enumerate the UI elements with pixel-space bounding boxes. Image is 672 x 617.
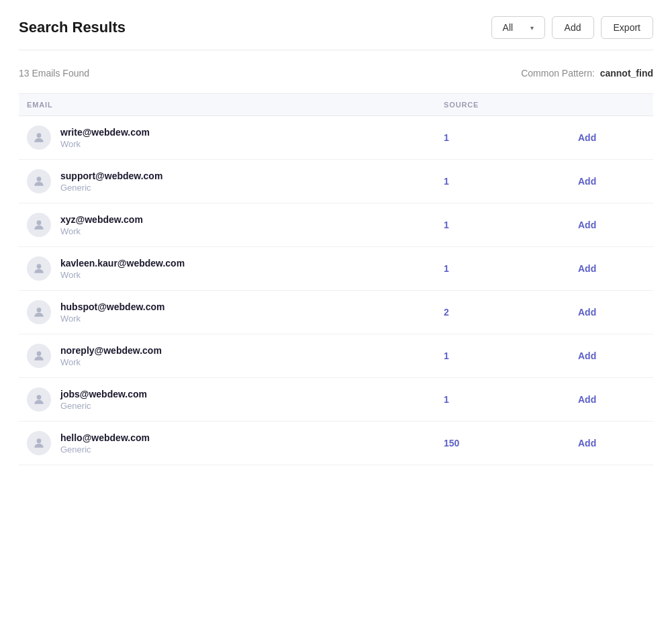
- table-row: hubspot@webdew.com Work 2 Add: [19, 291, 653, 334]
- add-email-link[interactable]: Add: [578, 220, 645, 230]
- avatar: [27, 126, 51, 150]
- user-icon: [32, 262, 46, 275]
- email-type: Work: [60, 357, 162, 367]
- chevron-down-icon: ▾: [530, 24, 534, 32]
- email-address: hubspot@webdew.com: [60, 301, 164, 312]
- source-count: 1: [444, 350, 578, 361]
- email-type: Generic: [60, 401, 147, 411]
- email-type: Work: [60, 139, 150, 149]
- email-address: write@webdew.com: [60, 127, 150, 138]
- add-email-link[interactable]: Add: [578, 132, 645, 143]
- svg-point-5: [37, 351, 42, 356]
- email-cell: jobs@webdew.com Generic: [27, 387, 444, 412]
- user-icon: [32, 436, 46, 450]
- svg-point-7: [37, 438, 42, 443]
- email-cell: support@webdew.com Generic: [27, 169, 444, 193]
- email-cell: hello@webdew.com Generic: [27, 431, 444, 455]
- email-info: xyz@webdew.com Work: [60, 214, 143, 236]
- avatar: [27, 387, 51, 412]
- email-address: hello@webdew.com: [60, 432, 150, 443]
- email-info: noreply@webdew.com Work: [60, 345, 162, 367]
- email-type: Work: [60, 314, 164, 324]
- table-header: EMAIL SOURCE: [19, 93, 653, 116]
- svg-point-6: [37, 395, 42, 399]
- user-icon: [32, 218, 46, 232]
- svg-point-3: [37, 264, 42, 269]
- avatar: [27, 300, 51, 324]
- header: Search Results All ▾ Add Export: [19, 16, 653, 50]
- email-type: Work: [60, 270, 185, 280]
- header-actions: All ▾ Add Export: [491, 16, 653, 39]
- email-info: write@webdew.com Work: [60, 127, 150, 149]
- add-email-link[interactable]: Add: [578, 394, 645, 405]
- email-type: Work: [60, 226, 143, 236]
- add-email-link[interactable]: Add: [578, 263, 645, 274]
- table-row: support@webdew.com Generic 1 Add: [19, 160, 653, 203]
- add-button[interactable]: Add: [552, 16, 594, 39]
- source-count: 150: [444, 438, 578, 448]
- filter-dropdown[interactable]: All ▾: [491, 16, 545, 39]
- user-icon: [32, 175, 46, 188]
- page-container: Search Results All ▾ Add Export 13 Email…: [0, 0, 672, 481]
- email-cell: hubspot@webdew.com Work: [27, 300, 444, 324]
- svg-point-1: [37, 177, 42, 181]
- email-info: hubspot@webdew.com Work: [60, 301, 164, 324]
- add-email-link[interactable]: Add: [578, 438, 645, 448]
- common-pattern: Common Pattern: cannot_find: [521, 68, 653, 79]
- email-type: Generic: [60, 444, 150, 455]
- avatar: [27, 431, 51, 455]
- source-count: 1: [444, 132, 578, 143]
- email-cell: kavleen.kaur@webdew.com Work: [27, 256, 444, 281]
- user-icon: [32, 349, 46, 363]
- export-button[interactable]: Export: [601, 16, 653, 39]
- email-cell: write@webdew.com Work: [27, 126, 444, 150]
- email-address: xyz@webdew.com: [60, 214, 143, 225]
- page-title: Search Results: [19, 19, 126, 36]
- source-count: 1: [444, 263, 578, 274]
- add-email-link[interactable]: Add: [578, 350, 645, 361]
- email-cell: noreply@webdew.com Work: [27, 344, 444, 368]
- source-count: 1: [444, 220, 578, 230]
- source-count: 2: [444, 307, 578, 318]
- col-header-source: SOURCE: [444, 101, 578, 109]
- avatar: [27, 256, 51, 281]
- table-row: xyz@webdew.com Work 1 Add: [19, 203, 653, 247]
- add-email-link[interactable]: Add: [578, 176, 645, 187]
- add-email-link[interactable]: Add: [578, 307, 645, 318]
- filter-label: All: [503, 22, 514, 33]
- avatar: [27, 213, 51, 237]
- user-icon: [32, 393, 46, 406]
- email-type: Generic: [60, 183, 162, 193]
- avatar: [27, 344, 51, 368]
- email-info: hello@webdew.com Generic: [60, 432, 150, 455]
- emails-found-count: 13 Emails Found: [19, 68, 89, 79]
- email-info: support@webdew.com Generic: [60, 171, 162, 193]
- table-row: hello@webdew.com Generic 150 Add: [19, 422, 653, 465]
- email-address: kavleen.kaur@webdew.com: [60, 258, 185, 269]
- svg-point-4: [37, 307, 42, 312]
- table-row: noreply@webdew.com Work 1 Add: [19, 334, 653, 378]
- common-pattern-label: Common Pattern:: [521, 68, 595, 79]
- user-icon: [32, 305, 46, 319]
- source-count: 1: [444, 176, 578, 187]
- col-header-email: EMAIL: [27, 101, 444, 109]
- common-pattern-value: cannot_find: [600, 68, 653, 79]
- table-row: write@webdew.com Work 1 Add: [19, 116, 653, 160]
- email-address: jobs@webdew.com: [60, 389, 147, 399]
- col-header-action: [578, 101, 645, 109]
- email-cell: xyz@webdew.com Work: [27, 213, 444, 237]
- summary-row: 13 Emails Found Common Pattern: cannot_f…: [19, 64, 653, 83]
- table-row: jobs@webdew.com Generic 1 Add: [19, 378, 653, 422]
- source-count: 1: [444, 394, 578, 405]
- svg-point-2: [37, 220, 42, 225]
- email-address: support@webdew.com: [60, 171, 162, 181]
- user-icon: [32, 131, 46, 144]
- avatar: [27, 169, 51, 193]
- email-list: write@webdew.com Work 1 Add support@webd…: [19, 116, 653, 465]
- table-row: kavleen.kaur@webdew.com Work 1 Add: [19, 247, 653, 291]
- svg-point-0: [37, 133, 42, 138]
- email-address: noreply@webdew.com: [60, 345, 162, 356]
- email-info: kavleen.kaur@webdew.com Work: [60, 258, 185, 280]
- email-info: jobs@webdew.com Generic: [60, 389, 147, 411]
